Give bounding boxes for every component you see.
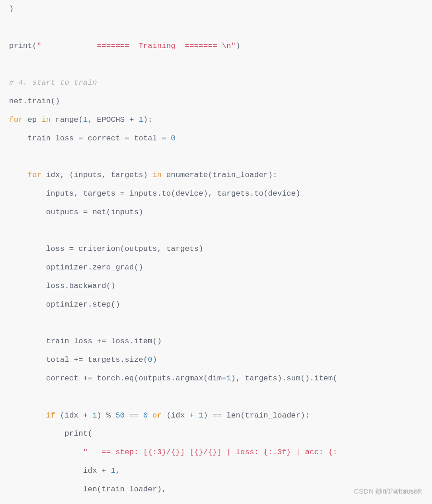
code-line: if (idx + 1) % 50 == 0 or (idx + 1) == l… xyxy=(9,411,310,420)
code-line: print(" ======= Training ======= \n") xyxy=(9,42,240,50)
code-line: len(train_loader), xyxy=(9,485,166,494)
code-line: print( xyxy=(9,429,92,438)
code-line: " == step: [{:3}/{}] [{}/{}] | loss: {:.… xyxy=(9,448,337,456)
code-line: correct += torch.eq(outputs.argmax(dim=1… xyxy=(9,374,337,383)
code-line: inputs, targets = inputs.to(device), tar… xyxy=(9,189,301,198)
code-line: loss = criterion(outputs, targets) xyxy=(9,245,203,253)
code-line: net.train() xyxy=(9,97,60,106)
code-line: loss.backward() xyxy=(9,282,116,290)
code-line: train_loss += loss.item() xyxy=(9,337,162,346)
watermark-text: CSDN @tt丫whaosoft xyxy=(354,483,422,499)
code-line: train_loss = correct = total = 0 xyxy=(9,134,175,143)
code-line: optimizer.zero_grad() xyxy=(9,263,143,272)
code-line: for idx, (inputs, targets) in enumerate(… xyxy=(9,171,277,179)
code-comment: # 4. start to train xyxy=(9,78,97,87)
code-line: optimizer.step() xyxy=(9,300,120,309)
code-line: idx + 1, xyxy=(9,466,120,475)
code-line: outputs = net(inputs) xyxy=(9,208,143,216)
code-line: for ep in range(1, EPOCHS + 1): xyxy=(9,115,152,124)
code-block: ) print(" ======= Training ======= \n") … xyxy=(0,0,432,499)
code-line: ) xyxy=(9,5,14,13)
code-line: total += targets.size(0) xyxy=(9,355,157,364)
